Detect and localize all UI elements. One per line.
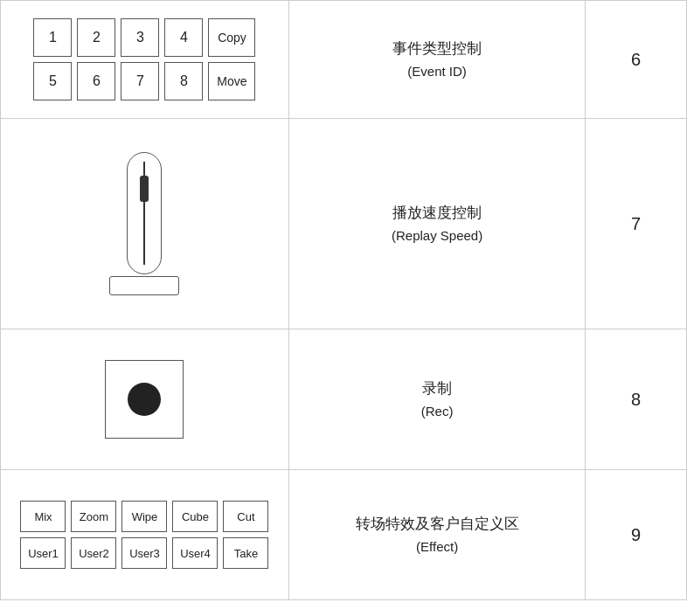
event-id-btn-row2: 5 6 7 8 Move <box>33 62 255 100</box>
effect-label: 转场特效及客户自定义区 (Effect) <box>288 470 585 600</box>
btn-6[interactable]: 6 <box>77 62 115 100</box>
effect-number: 9 <box>586 470 687 600</box>
btn-7[interactable]: 7 <box>121 62 159 100</box>
btn-4[interactable]: 4 <box>164 18 203 57</box>
btn-user1[interactable]: User1 <box>20 537 66 569</box>
rec-en: (Rec) <box>298 401 576 422</box>
replay-speed-icon-cell <box>1 119 289 329</box>
effect-btn-row2: User1 User2 User3 User4 Take <box>20 537 268 569</box>
replay-speed-label: 播放速度控制 (Replay Speed) <box>288 119 585 329</box>
event-id-btn-row1: 1 2 3 4 Copy <box>33 18 255 57</box>
btn-mix[interactable]: Mix <box>20 501 66 532</box>
row-event-id: 1 2 3 4 Copy 5 6 7 8 Move 事件类型控制 (Event … <box>1 1 687 119</box>
rec-icon-cell <box>1 329 289 470</box>
event-id-icon-cell: 1 2 3 4 Copy 5 6 7 8 Move <box>1 1 289 119</box>
btn-8[interactable]: 8 <box>164 62 203 100</box>
btn-zoom[interactable]: Zoom <box>71 501 116 532</box>
slider-base <box>109 276 179 295</box>
event-id-label: 事件类型控制 (Event ID) <box>288 1 585 119</box>
btn-user3[interactable]: User3 <box>121 537 167 569</box>
slider-knob[interactable] <box>140 176 149 202</box>
slider-track[interactable] <box>127 152 162 274</box>
btn-move[interactable]: Move <box>208 62 255 100</box>
btn-copy[interactable]: Copy <box>208 18 255 57</box>
event-id-button-grid: 1 2 3 4 Copy 5 6 7 8 Move <box>18 18 271 100</box>
event-id-zh: 事件类型控制 <box>298 37 576 60</box>
event-id-en: (Event ID) <box>298 61 576 82</box>
effect-icon-cell: Mix Zoom Wipe Cube Cut User1 User2 User3… <box>1 470 289 600</box>
replay-speed-number: 7 <box>586 119 687 329</box>
replay-speed-zh: 播放速度控制 <box>298 201 576 225</box>
effect-button-grid: Mix Zoom Wipe Cube Cut User1 User2 User3… <box>18 488 271 582</box>
rec-label: 录制 (Rec) <box>288 329 585 470</box>
replay-speed-en: (Replay Speed) <box>298 225 576 246</box>
main-table: 1 2 3 4 Copy 5 6 7 8 Move 事件类型控制 (Event … <box>0 0 687 600</box>
btn-cut[interactable]: Cut <box>223 501 268 532</box>
row-rec: 录制 (Rec) 8 <box>1 329 687 470</box>
btn-cube[interactable]: Cube <box>172 501 218 532</box>
rec-circle <box>128 383 161 416</box>
effect-en: (Effect) <box>298 536 576 557</box>
rec-number: 8 <box>586 329 687 470</box>
btn-3[interactable]: 3 <box>121 18 159 57</box>
event-id-number: 6 <box>586 1 687 119</box>
btn-user2[interactable]: User2 <box>71 537 116 569</box>
btn-5[interactable]: 5 <box>33 62 72 100</box>
effect-zh: 转场特效及客户自定义区 <box>298 512 576 536</box>
rec-widget <box>18 347 271 452</box>
btn-take[interactable]: Take <box>223 537 268 569</box>
btn-wipe[interactable]: Wipe <box>121 501 167 532</box>
btn-2[interactable]: 2 <box>77 18 115 57</box>
rec-zh: 录制 <box>298 377 576 400</box>
btn-user4[interactable]: User4 <box>172 537 218 569</box>
row-replay-speed: 播放速度控制 (Replay Speed) 7 <box>1 119 687 329</box>
slider-widget <box>18 136 271 311</box>
rec-box[interactable] <box>105 360 184 439</box>
btn-1[interactable]: 1 <box>33 18 72 57</box>
effect-btn-row1: Mix Zoom Wipe Cube Cut <box>20 501 268 532</box>
row-effect: Mix Zoom Wipe Cube Cut User1 User2 User3… <box>1 470 687 600</box>
